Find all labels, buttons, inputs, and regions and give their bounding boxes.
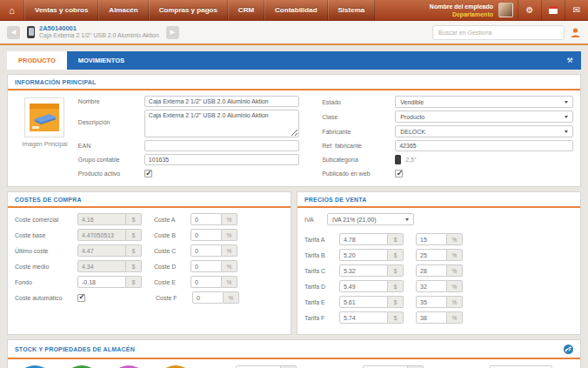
user-avatar[interactable] — [498, 3, 513, 17]
tarifa-d-margin-input[interactable] — [416, 280, 447, 292]
percent-unit: % — [222, 213, 237, 225]
subcategoria-value[interactable]: 2,5" — [405, 157, 416, 163]
descripcion-textarea[interactable]: Caja Externa 2 1/2" USB 2.0 Aluminio Akt… — [144, 110, 299, 137]
menu-crm[interactable]: CRM — [228, 0, 264, 20]
home-icon[interactable]: ⌂ — [0, 0, 24, 20]
tarifa-a-price-input[interactable] — [339, 233, 388, 245]
panel-informacion-principal: INFORMACIÓN PRINCIPAL Imagen Principal — [7, 74, 581, 187]
menu-ventas-y-cobros[interactable]: Ventas y cobros — [24, 0, 98, 20]
clase-select[interactable]: Producto — [395, 110, 573, 123]
field-descripcion: Descripción Caja Externa 2 1/2" USB 2.0 … — [78, 110, 299, 137]
tarifa-a-margin-input[interactable] — [416, 233, 447, 245]
menu-almacen[interactable]: Almacén — [98, 0, 148, 20]
coste-b-input[interactable] — [190, 229, 222, 241]
tab-producto[interactable]: PRODUCTO — [7, 51, 67, 70]
topbar-spacer — [375, 0, 430, 20]
coste-row-automatico: Coste automático Coste F % — [15, 291, 284, 304]
estado-select[interactable]: Vendible — [395, 96, 573, 108]
field-fabricante: Fabricante DELOCK — [322, 125, 573, 137]
tab-movimientos[interactable]: MOVIMIENTOS — [67, 51, 136, 70]
grupo-contable-label: Grupo contable — [78, 157, 144, 163]
user-name: Nombre del empleado — [430, 3, 493, 11]
currency-unit: $ — [126, 213, 142, 225]
search-input[interactable] — [432, 25, 565, 40]
field-iva: IVA IVA 21% (21,00) — [304, 213, 573, 225]
coste-d-input[interactable] — [190, 260, 222, 272]
field-clase: Clase Producto — [322, 110, 573, 123]
tarifa-row-e: Tarifa E $ % — [304, 296, 573, 308]
coste-f-input[interactable] — [192, 291, 224, 304]
currency-unit: $ — [126, 244, 142, 257]
product-code[interactable]: 2A50140001 — [39, 24, 159, 32]
product-image-column: Imagen Principal — [15, 96, 75, 179]
menu-compras-y-pagos[interactable]: Compras y pagos — [149, 0, 228, 20]
nombre-input[interactable] — [144, 96, 299, 107]
coste-c-input[interactable] — [190, 244, 222, 257]
record-nav-bar: ◀ 2A50140001 Caja Externa 2 1/2" USB 2.0… — [0, 21, 588, 45]
percent-unit: % — [222, 229, 237, 241]
product-image — [27, 100, 62, 135]
calendar-icon[interactable] — [541, 0, 565, 20]
tarifa-row-f: Tarifa F $ % — [304, 311, 573, 324]
record-heading: 2A50140001 Caja Externa 2 1/2" USB 2.0 A… — [39, 24, 159, 40]
ref-fabricante-input[interactable] — [395, 140, 573, 151]
chevron-down-icon — [405, 218, 409, 221]
ean-input[interactable] — [144, 140, 299, 151]
iva-select[interactable]: IVA 21% (21,00) — [327, 213, 414, 225]
fondo-input[interactable] — [77, 276, 126, 288]
previous-record-button[interactable]: ◀ — [7, 26, 20, 39]
iva-label: IVA — [304, 217, 327, 223]
grupo-contable-input[interactable] — [144, 154, 299, 165]
tarifa-f-margin-input[interactable] — [416, 311, 447, 324]
coste-row-fondo: Fondo $ Coste E % — [15, 276, 284, 288]
tarifa-c-price-input[interactable] — [339, 264, 388, 277]
user-info[interactable]: Nombre del empleado Departamento — [430, 0, 493, 20]
product-image-thumbnail[interactable] — [24, 97, 64, 137]
menu-sistema[interactable]: Sistema — [328, 0, 376, 20]
tarifa-d-price-input[interactable] — [339, 280, 388, 292]
costes-header: COSTES DE COMPRA — [8, 192, 291, 208]
coste-comercial-input — [77, 213, 126, 225]
currency-unit: $ — [126, 229, 142, 241]
tools-wrench-icon[interactable]: ⚒ — [558, 51, 581, 70]
field-ean: EAN — [78, 140, 299, 151]
costes-precios-row: COSTES DE COMPRA Coste comercial $ Coste… — [7, 187, 581, 335]
chevron-down-icon — [565, 130, 568, 133]
tarifa-f-label: Tarifa F — [304, 315, 339, 321]
next-record-button[interactable]: ▶ — [166, 26, 179, 39]
coste-comercial-label: Coste comercial — [15, 217, 77, 223]
field-producto-activo: Producto activo — [78, 168, 299, 179]
link-icon[interactable] — [564, 345, 573, 354]
coste-c-label: Coste C — [154, 248, 190, 254]
tarifa-f-price-input[interactable] — [339, 311, 388, 324]
percent-unit: % — [447, 296, 463, 308]
tarifa-e-price-input[interactable] — [339, 296, 388, 308]
tarifa-b-margin-input[interactable] — [416, 249, 447, 261]
percent-unit: % — [447, 233, 463, 245]
precios-header: PRECIOS DE VENTA — [297, 192, 580, 208]
coste-automatico-checkbox[interactable] — [77, 294, 85, 302]
publicado-web-checkbox[interactable] — [395, 170, 403, 177]
percent-unit: % — [222, 276, 237, 288]
tarifa-row-c: Tarifa C $ % — [304, 264, 573, 277]
product-title: Caja Externa 2 1/2" USB 2.0 Aluminio Akt… — [39, 32, 159, 40]
producto-activo-checkbox[interactable] — [144, 170, 152, 177]
coste-a-input[interactable] — [190, 213, 222, 225]
coste-e-input[interactable] — [190, 276, 222, 288]
fabricante-select[interactable]: DELOCK — [395, 125, 573, 137]
menu-contabilidad[interactable]: Contabilidad — [264, 0, 327, 20]
panel-precios-de-venta: PRECIOS DE VENTA IVA IVA 21% (21,00) Tar… — [297, 191, 581, 335]
ultimo-coste-input — [77, 244, 126, 257]
mail-icon[interactable]: ✉ — [565, 0, 588, 20]
tarifa-b-price-input[interactable] — [339, 249, 388, 261]
settings-gear-icon[interactable]: ⚙ — [518, 0, 541, 20]
tarifa-c-margin-input[interactable] — [416, 264, 447, 277]
stock-body: 6 Total 6 Disponible 0 Reservado 0 Pte. … — [8, 359, 580, 368]
percent-unit: % — [447, 280, 463, 292]
percent-unit: % — [447, 264, 463, 277]
tarifa-e-margin-input[interactable] — [416, 296, 447, 308]
fabricante-label: Fabricante — [322, 129, 395, 135]
fondo-label: Fondo — [15, 279, 77, 285]
descripcion-label: Descripción — [78, 110, 144, 125]
search-user-icon[interactable] — [570, 27, 581, 38]
